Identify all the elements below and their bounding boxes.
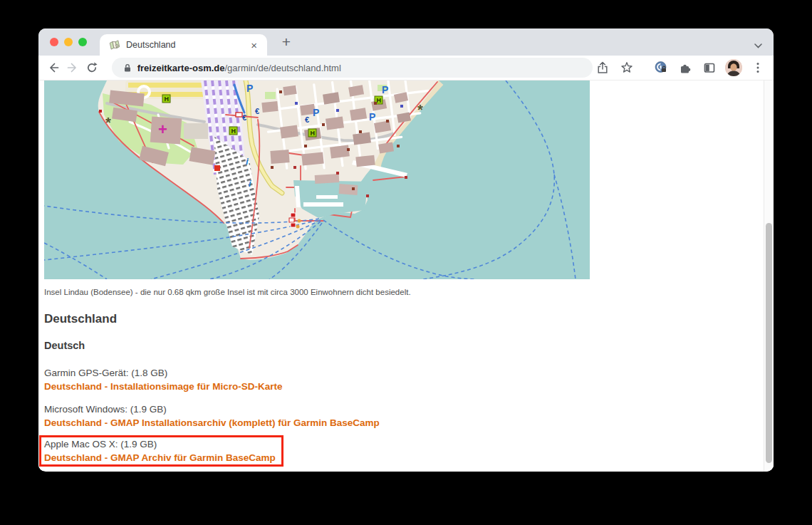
highlight-annotation-box: Apple Mac OS X: (1.9 GB) Deutschland - G… [39, 435, 283, 467]
svg-text:P: P [369, 111, 375, 123]
scrollbar-thumb[interactable] [766, 223, 772, 463]
svg-text:H: H [164, 95, 169, 103]
address-bar[interactable]: freizeitkarte-osm.de/garmin/de/deutschla… [112, 58, 593, 78]
svg-text:€: € [255, 107, 259, 115]
tab-strip: Deutschland × + [38, 28, 774, 56]
browser-toolbar: freizeitkarte-osm.de/garmin/de/deutschla… [38, 56, 774, 80]
menu-three-dots-icon[interactable] [748, 58, 768, 78]
download-label: Apple Mac OS X: (1.9 GB) [44, 437, 276, 451]
url-text: freizeitkarte-osm.de/garmin/de/deutschla… [137, 63, 341, 73]
svg-text:P: P [313, 107, 319, 118]
svg-text:€: € [242, 113, 246, 122]
download-group-garmin: Garmin GPS-Gerät: (1.8 GB) Deutschland -… [44, 366, 600, 393]
page-title: Deutschland [44, 312, 600, 326]
password-manager-icon[interactable] [651, 58, 671, 78]
extensions-puzzle-icon[interactable] [675, 58, 695, 78]
download-label: Garmin GPS-Gerät: (1.8 GB) [44, 366, 600, 380]
browser-window: Deutschland × + f [38, 28, 774, 472]
close-window-button[interactable] [50, 38, 58, 46]
svg-text:H: H [376, 97, 381, 104]
download-group-windows: Microsoft Windows: (1.9 GB) Deutschland … [44, 402, 600, 430]
download-link-gmap-windows[interactable]: Deutschland - GMAP Installationsarchiv (… [44, 417, 380, 428]
download-link-gmap-mac[interactable]: Deutschland - GMAP Archiv für Garmin Bas… [44, 452, 276, 463]
window-controls [50, 38, 87, 46]
svg-text:H: H [231, 128, 236, 135]
reload-icon[interactable] [83, 58, 102, 78]
svg-text:P: P [246, 83, 253, 94]
svg-text:€: € [305, 115, 309, 124]
map-image: PPPPHHHH€€€ii**+ [44, 80, 590, 279]
map-caption: Insel Lindau (Bodensee) - die nur 0.68 q… [44, 287, 600, 298]
url-domain: freizeitkarte-osm.de [137, 63, 225, 73]
svg-text:i: i [249, 178, 251, 189]
tab-search-chevron-down-icon[interactable] [754, 38, 762, 51]
section-heading: Deutsch [44, 340, 600, 351]
download-link-microsd[interactable]: Deutschland - Installationsimage für Mic… [44, 381, 283, 392]
svg-text:P: P [382, 84, 388, 95]
share-icon[interactable] [593, 58, 613, 78]
forward-icon[interactable] [63, 58, 83, 78]
url-path: /garmin/de/deutschland.html [225, 63, 341, 73]
download-label: Microsoft Windows: (1.9 GB) [44, 402, 600, 416]
new-tab-button[interactable]: + [276, 32, 296, 52]
page-content: PPPPHHHH€€€ii**+ Insel Lindau (Bodensee)… [38, 80, 774, 471]
profile-avatar[interactable] [724, 58, 744, 78]
tab-title: Deutschland [126, 40, 248, 50]
zoom-window-button[interactable] [78, 38, 87, 46]
download-group-mac: Apple Mac OS X: (1.9 GB) Deutschland - G… [44, 437, 276, 464]
minimize-window-button[interactable] [64, 38, 73, 46]
tab-deutschland[interactable]: Deutschland × [100, 34, 267, 56]
svg-text:+: + [158, 120, 167, 138]
lock-icon[interactable] [123, 63, 132, 73]
back-icon[interactable] [44, 58, 63, 78]
tab-close-icon[interactable]: × [248, 38, 260, 52]
tab-favicon-map-icon [109, 39, 120, 51]
svg-text:*: * [417, 102, 423, 118]
side-panel-icon[interactable] [699, 58, 719, 78]
svg-text:H: H [310, 130, 315, 137]
svg-text:*: * [105, 115, 111, 130]
svg-text:i: i [246, 156, 249, 167]
bookmark-star-icon[interactable] [617, 58, 637, 78]
